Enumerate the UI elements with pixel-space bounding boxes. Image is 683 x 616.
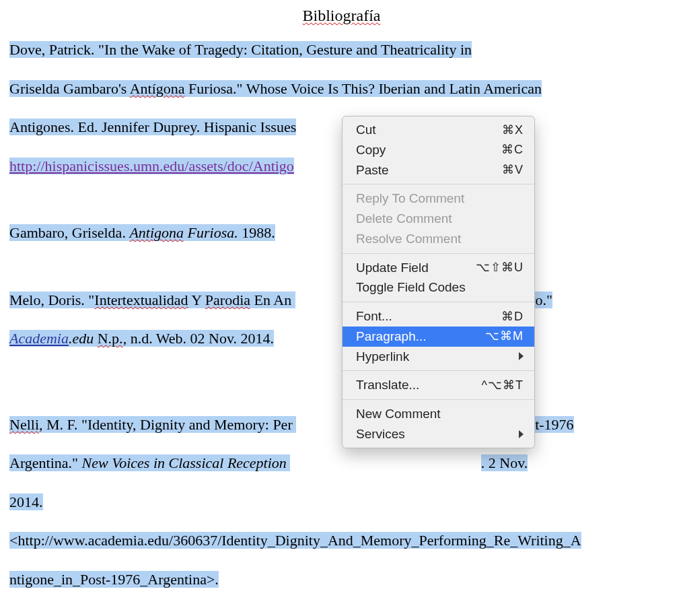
text: .edu (69, 330, 94, 347)
menu-label: Paragraph... (356, 329, 427, 345)
menu-item-new-comment[interactable]: New Comment (343, 404, 534, 424)
text: Melo, Doris. "Intertextualidad Y Parodia… (9, 292, 295, 308)
text: Antigona (129, 224, 184, 241)
text: New Voices in Classical Reception (78, 454, 290, 471)
menu-shortcut: ⌘D (496, 309, 524, 324)
menu-label: Cut (356, 122, 376, 138)
title-text: Bibliografía (303, 7, 381, 24)
text: Y (188, 292, 205, 308)
menu-label: Update Field (356, 260, 429, 276)
menu-item-reply-comment: Reply To Comment (343, 189, 534, 209)
document-page[interactable]: Bibliografía Dove, Patrick. "In the Wake… (0, 0, 683, 616)
menu-label: Reply To Comment (356, 191, 464, 207)
text: Argentina." New Voices in Classical Rece… (9, 454, 290, 471)
hyperlink-text[interactable]: Academia (9, 330, 69, 347)
menu-item-hyperlink[interactable]: Hyperlink (343, 347, 534, 367)
text: Intertextualidad (94, 292, 188, 308)
menu-shortcut: ⌥⇧⌘U (470, 260, 524, 275)
chevron-right-icon (519, 430, 524, 438)
menu-separator (343, 399, 534, 400)
bib-entry-nelli-url: <http://www.academia.edu/360637/Identity… (9, 531, 674, 550)
text: N.p. (98, 330, 123, 347)
menu-label: Copy (356, 142, 386, 158)
menu-item-resolve-comment: Resolve Comment (343, 229, 534, 249)
context-menu[interactable]: Cut ⌘X Copy ⌘C Paste ⌘V Reply To Comment… (342, 116, 535, 448)
menu-separator (343, 370, 534, 371)
menu-item-font[interactable]: Font... ⌘D (343, 306, 534, 327)
menu-item-cut[interactable]: Cut ⌘X (343, 120, 534, 140)
text: Gambaro, Griselda. Antigona Furiosa. 198… (9, 224, 275, 241)
text: , M. F. "Identity, Dignity and Memory: P… (39, 416, 293, 433)
text: 2014. (9, 493, 43, 510)
menu-label: Services (356, 426, 405, 442)
menu-shortcut: ⌘C (496, 142, 524, 158)
menu-separator (343, 302, 534, 302)
menu-item-copy[interactable]: Copy ⌘C (343, 140, 534, 160)
text: Dove, Patrick. "In the Wake of Tragedy: … (9, 41, 472, 58)
text: Antígona (130, 80, 185, 97)
menu-label: Toggle Field Codes (356, 279, 466, 296)
menu-label: Delete Comment (356, 211, 452, 227)
text: En An (250, 292, 291, 308)
menu-separator (343, 253, 534, 254)
bib-entry-nelli-url: ntigone_in_Post-1976_Argentina>. (9, 570, 674, 589)
menu-shortcut: ⌥⌘M (480, 329, 524, 344)
menu-label: New Comment (356, 406, 441, 422)
menu-shortcut: ⌘X (497, 123, 524, 138)
menu-label: Font... (356, 308, 392, 324)
text: ntigone_in_Post-1976_Argentina>. (9, 571, 219, 588)
text: Academia.edu N.p., n.d. Web. 02 Nov. 201… (9, 330, 274, 347)
text: Nelli (9, 416, 39, 433)
bib-entry-nelli: 2014. (9, 493, 674, 512)
text: Melo, Doris. " (9, 292, 94, 308)
menu-item-paragraph[interactable]: Paragraph... ⌥⌘M (343, 327, 534, 347)
menu-shortcut: ^⌥⌘T (476, 378, 524, 393)
menu-label: Hyperlink (356, 349, 409, 365)
text: Gambaro, Griselda. (9, 224, 129, 241)
text: Parodia (205, 292, 250, 308)
text: <http://www.academia.edu/360637/Identity… (9, 532, 581, 549)
menu-item-delete-comment: Delete Comment (343, 209, 534, 229)
text: Furiosa. (184, 224, 238, 241)
menu-item-toggle-field-codes[interactable]: Toggle Field Codes (343, 277, 534, 298)
text: Furiosa." Whose Voice Is This? Iberian a… (185, 80, 542, 97)
menu-shortcut: ⌘V (497, 162, 524, 178)
menu-label: Resolve Comment (356, 231, 461, 247)
page-title: Bibliografía (9, 5, 674, 26)
bib-entry-dove: Dove, Patrick. "In the Wake of Tragedy: … (9, 40, 674, 59)
bib-entry-dove: Griselda Gambaro's Antígona Furiosa." Wh… (9, 79, 674, 98)
text: Nelli, M. F. "Identity, Dignity and Memo… (9, 416, 296, 433)
text: , n.d. Web. 02 Nov. 2014. (123, 330, 274, 347)
menu-label: Translate... (356, 377, 419, 393)
menu-item-translate[interactable]: Translate... ^⌥⌘T (343, 375, 534, 395)
text: Argentina." (9, 454, 78, 471)
text: . 2 Nov. (481, 454, 528, 471)
text: Griselda Gambaro's Antígona Furiosa." Wh… (9, 80, 542, 97)
text: Antigones. Ed. Jennifer Duprey. Hispanic… (9, 118, 296, 135)
chevron-right-icon (519, 352, 524, 360)
text: Griselda Gambaro's (9, 80, 130, 97)
text: 1988. (238, 224, 275, 241)
menu-separator (343, 184, 534, 184)
menu-item-services[interactable]: Services (343, 424, 534, 444)
menu-item-update-field[interactable]: Update Field ⌥⇧⌘U (343, 258, 534, 278)
hyperlink-text[interactable]: http://hispanicissues.umn.edu/assets/doc… (9, 158, 294, 174)
bib-entry-nelli: Argentina." New Voices in Classical Rece… (9, 454, 674, 473)
menu-label: Paste (356, 162, 389, 178)
menu-item-paste[interactable]: Paste ⌘V (343, 160, 534, 180)
